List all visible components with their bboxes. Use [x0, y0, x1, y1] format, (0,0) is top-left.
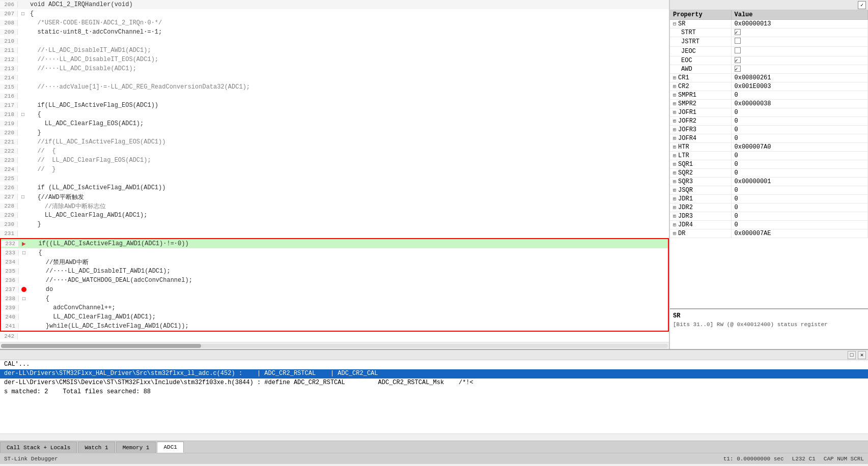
collapse-icon[interactable]: □	[21, 11, 24, 17]
code-line[interactable]: 231	[0, 229, 669, 238]
expand-icon[interactable]: ⊞	[673, 196, 676, 202]
bottom-tab-adc1[interactable]: ADC1	[157, 442, 183, 453]
property-checkbox[interactable]: ✓	[735, 66, 741, 72]
scrollbar-thumb[interactable]	[1, 344, 201, 348]
expand-icon[interactable]: ⊞	[673, 231, 676, 237]
code-line[interactable]: 232▶ if((LL_ADC_IsActiveFlag_AWD1(ADC1)·…	[1, 239, 668, 248]
property-row[interactable]: ⊞JDR30	[670, 212, 868, 221]
property-row[interactable]: ⊟SR0x00000013	[670, 20, 868, 28]
code-line[interactable]: 227□ {//AWD平断触发	[0, 192, 669, 201]
code-line[interactable]: 220 }	[0, 128, 669, 137]
expand-icon[interactable]: ⊞	[673, 188, 676, 193]
code-line[interactable]: 223 // LL_ADC_ClearFlag_EOS(ADC1);	[0, 156, 669, 165]
code-line[interactable]: 217 if(LL_ADC_IsActiveFlag_EOS(ADC1))	[0, 101, 669, 110]
expand-icon[interactable]: ⊞	[673, 119, 676, 124]
expand-icon[interactable]: ⊞	[673, 214, 676, 219]
collapse-icon[interactable]: □	[21, 194, 24, 200]
code-line[interactable]: 218□ {	[0, 110, 669, 119]
code-line[interactable]: 209 static·uint8_t·adcConvChannel·=·1;	[0, 27, 669, 37]
property-row[interactable]: ⊞CR10x00800261	[670, 74, 868, 82]
close-btn[interactable]: ✕	[858, 351, 866, 359]
property-checkbox[interactable]: ✓	[735, 57, 741, 63]
code-line[interactable]: 207□{	[0, 9, 669, 18]
code-line[interactable]: 243 /*USER·CODE·END·ADC1_2_IRQn·0·*/	[0, 341, 669, 342]
property-checkbox[interactable]: ✓	[735, 29, 741, 35]
breakpoint-indicator[interactable]	[21, 287, 26, 292]
property-row[interactable]: ⊞SQR30x00000001	[670, 178, 868, 186]
code-line[interactable]: 234 //禁用AWD中断	[1, 257, 668, 267]
collapse-icon[interactable]: □	[22, 250, 25, 256]
code-line[interactable]: 230 }	[0, 220, 669, 229]
property-row[interactable]: ⊞JDR10	[670, 195, 868, 203]
code-line[interactable]: 225	[0, 174, 669, 183]
expand-icon[interactable]: ⊞	[673, 144, 676, 150]
expand-icon[interactable]: ⊞	[673, 127, 676, 133]
expand-icon[interactable]: ⊞	[673, 84, 676, 90]
props-table[interactable]: Property Value ⊟SR0x00000013STRT✓JSTRTJE…	[670, 10, 868, 308]
expand-icon[interactable]: ⊞	[673, 101, 676, 107]
code-line[interactable]: 229 LL_ADC_ClearFlag_AWD1(ADC1);	[0, 211, 669, 220]
code-line[interactable]: 216	[0, 92, 669, 101]
property-row[interactable]: ⊞DR0x000007AE	[670, 229, 868, 238]
property-row[interactable]: ⊞JOFR10	[670, 108, 868, 117]
property-row[interactable]: STRT✓	[670, 28, 868, 37]
property-row[interactable]: ⊞SMPR20x00000038	[670, 100, 868, 108]
expand-icon[interactable]: ⊞	[673, 205, 676, 211]
code-line[interactable]: 238□ {	[1, 294, 668, 303]
code-line[interactable]: 233□ {	[1, 248, 668, 257]
property-row[interactable]: ⊞HTR0x000007A0	[670, 143, 868, 152]
expand-icon[interactable]: ⊞	[673, 136, 676, 141]
code-content[interactable]: 206void ADC1_2_IRQHandler(void)207□{208 …	[0, 0, 669, 342]
code-line[interactable]: 240 LL_ADC_ClearFlag_AWD1(ADC1);	[1, 312, 668, 322]
expand-icon[interactable]: ⊞	[673, 93, 676, 98]
property-row[interactable]: ⊞SQR20	[670, 169, 868, 178]
property-checkbox[interactable]	[735, 47, 741, 53]
property-row[interactable]: ⊞JOFR40	[670, 134, 868, 143]
expand-icon[interactable]: ⊟	[673, 21, 676, 27]
bottom-tab-watch-1[interactable]: Watch 1	[78, 442, 115, 453]
property-row[interactable]: AWD✓	[670, 65, 868, 74]
horizontal-scrollbar[interactable]	[0, 342, 669, 349]
property-row[interactable]: ⊞JDR20	[670, 203, 868, 212]
property-row[interactable]: ⊞JOFR20	[670, 117, 868, 126]
expand-icon[interactable]: ⊞	[673, 170, 676, 176]
expand-icon[interactable]: ⊞	[673, 179, 676, 185]
expand-icon[interactable]: ⊞	[673, 162, 676, 167]
property-row[interactable]: ⊞JSQR0	[670, 186, 868, 195]
code-line[interactable]: 228 //清除AWD中断标志位	[0, 201, 669, 211]
code-line[interactable]: 213 //····LL_ADC_Disable(ADC1);	[0, 64, 669, 73]
collapse-icon[interactable]: □	[21, 112, 24, 118]
property-row[interactable]: ⊞JOFR30	[670, 126, 868, 134]
expand-icon[interactable]: ⊞	[673, 75, 676, 81]
property-row[interactable]: ⊞SQR10	[670, 160, 868, 169]
code-line[interactable]: 226 if (LL_ADC_IsActiveFlag_AWD1(ADC1))	[0, 183, 669, 192]
code-line[interactable]: 237 do	[1, 285, 668, 294]
code-line[interactable]: 208 /*USER·CODE·BEGIN·ADC1_2_IRQn·0·*/	[0, 18, 669, 27]
bottom-content[interactable]: CAL'...der-LL\Drivers\STM32Flxx_HAL_Driv…	[0, 360, 868, 433]
expand-icon[interactable]: ⊞	[673, 222, 676, 228]
bottom-scrollbar[interactable]	[0, 433, 868, 441]
code-line[interactable]: 214	[0, 73, 669, 82]
code-line[interactable]: 224 // }	[0, 165, 669, 174]
code-line[interactable]: 215 //····adcValue[1]·=·LL_ADC_REG_ReadC…	[0, 82, 669, 92]
code-line[interactable]: 239 adcConvChannel++;	[1, 303, 668, 312]
property-row[interactable]: ⊞LTR0	[670, 152, 868, 160]
property-checkbox[interactable]	[735, 38, 741, 44]
minimize-btn[interactable]: □	[848, 351, 856, 359]
code-line[interactable]: 242	[0, 332, 669, 341]
collapse-icon[interactable]: □	[22, 296, 25, 302]
code-line[interactable]: 222 // {	[0, 147, 669, 156]
property-row[interactable]: JEOC	[670, 47, 868, 56]
code-line[interactable]: 221 //if(LL_ADC_IsActiveFlag_EOS(ADC1))	[0, 137, 669, 147]
property-row[interactable]: ⊞JDR40	[670, 221, 868, 229]
code-line[interactable]: 241 }while(LL_ADC_IsActiveFlag_AWD1(ADC1…	[1, 322, 668, 331]
property-row[interactable]: JSTRT	[670, 37, 868, 47]
code-line[interactable]: 211 //·LL_ADC_DisableIT_AWD1(ADC1);	[0, 46, 669, 55]
code-line[interactable]: 219 LL_ADC_ClearFlag_EOS(ADC1);	[0, 119, 669, 128]
property-row[interactable]: ⊞CR20x001E0003	[670, 82, 868, 91]
code-line[interactable]: 235 //····LL_ADC_DisableIT_AWD1(ADC1);	[1, 267, 668, 276]
code-line[interactable]: 236 //····ADC_WATCHDOG_DEAL(adcConvChann…	[1, 276, 668, 285]
props-checkbox-icon[interactable]: ✓	[858, 1, 866, 9]
property-row[interactable]: ⊞SMPR10	[670, 91, 868, 100]
code-line[interactable]: 206void ADC1_2_IRQHandler(void)	[0, 0, 669, 9]
